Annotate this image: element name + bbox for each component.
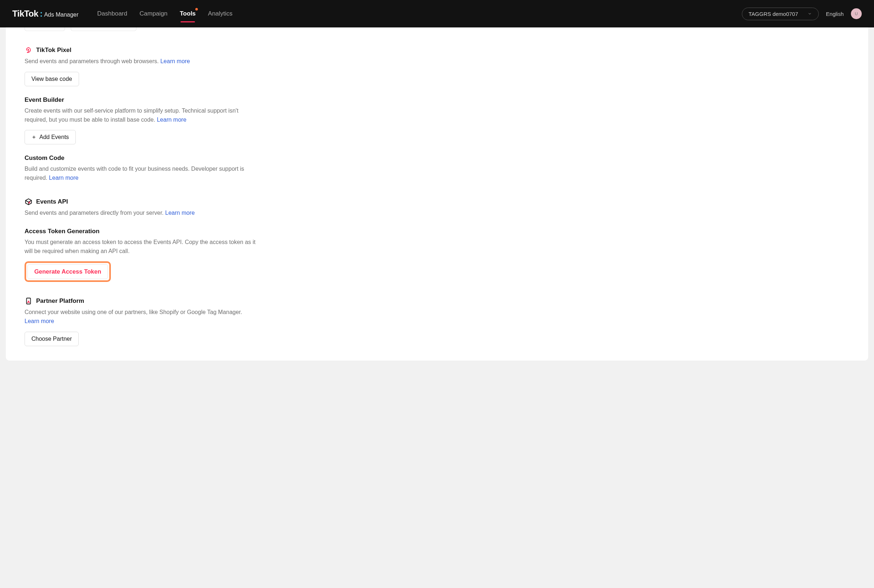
section-header: TikTok Pixel <box>24 46 269 54</box>
desc-text: Connect your website using one of our pa… <box>24 309 242 315</box>
section-desc: Build and customize events with code to … <box>24 165 256 183</box>
section-title: Events API <box>36 198 68 206</box>
button-label: Add Events <box>39 134 69 140</box>
highlight-ring: Generate Access Token <box>24 261 111 282</box>
choose-partner-button[interactable]: Choose Partner <box>24 332 79 346</box>
section-header: Partner Platform <box>24 297 269 305</box>
section-partner-platform: Partner Platform Connect your website us… <box>24 297 269 346</box>
language-selector[interactable]: English <box>826 11 844 17</box>
section-tiktok-pixel: TikTok Pixel Send events and parameters … <box>24 46 269 86</box>
desc-text: Send events and parameters through web b… <box>24 58 160 64</box>
logo-subtitle: Ads Manager <box>44 12 78 18</box>
learn-more-link[interactable]: Learn more <box>49 175 79 181</box>
section-title: Custom Code <box>24 154 269 162</box>
add-events-button[interactable]: Add Events <box>24 130 76 144</box>
section-custom-code: Custom Code Build and customize events w… <box>24 154 269 183</box>
cube-icon <box>24 198 33 206</box>
section-desc: Send events and parameters directly from… <box>24 208 256 218</box>
page-wrap: TikTok Pixel Send events and parameters … <box>0 27 874 369</box>
view-base-code-button[interactable]: View base code <box>24 72 79 86</box>
cutoff-boxes <box>24 27 269 31</box>
button-label: Generate Access Token <box>34 268 101 275</box>
content-column: TikTok Pixel Send events and parameters … <box>6 27 269 346</box>
learn-more-link[interactable]: Learn more <box>24 318 54 324</box>
generate-access-token-button[interactable]: Generate Access Token <box>27 264 108 279</box>
nav-label: Tools <box>180 10 196 17</box>
topbar: TikTok: Ads Manager Dashboard Campaign T… <box>0 0 874 27</box>
section-event-builder: Event Builder Create events with our sel… <box>24 96 269 145</box>
section-desc: Send events and parameters through web b… <box>24 57 256 66</box>
pixel-icon <box>24 46 33 54</box>
section-title: Event Builder <box>24 96 269 104</box>
nav-label: Dashboard <box>97 10 127 17</box>
nav-campaign[interactable]: Campaign <box>139 0 168 27</box>
topbar-left: TikTok: Ads Manager Dashboard Campaign T… <box>12 0 232 27</box>
cutoff-box <box>71 27 136 31</box>
section-title: Partner Platform <box>36 297 84 304</box>
learn-more-link[interactable]: Learn more <box>160 58 190 64</box>
cutoff-box <box>24 27 65 31</box>
account-selector[interactable]: TAGGRS demo0707 <box>742 8 819 20</box>
logo[interactable]: TikTok: Ads Manager <box>12 9 78 19</box>
learn-more-link[interactable]: Learn more <box>157 117 186 123</box>
plus-icon <box>31 135 36 140</box>
avatar-initial: U <box>855 12 858 16</box>
logo-brand: TikTok <box>12 9 38 19</box>
account-name: TAGGRS demo0707 <box>749 11 798 17</box>
avatar[interactable]: U <box>851 8 862 19</box>
main-card: TikTok Pixel Send events and parameters … <box>6 27 868 361</box>
notification-dot-icon <box>195 8 198 10</box>
chevron-down-icon <box>808 12 812 16</box>
section-title: Access Token Generation <box>24 228 269 235</box>
section-desc: You must generate an access token to acc… <box>24 238 256 256</box>
section-access-token: Access Token Generation You must generat… <box>24 228 269 282</box>
button-label: Choose Partner <box>31 336 72 342</box>
nav-tools[interactable]: Tools <box>180 0 196 27</box>
section-desc: Connect your website using one of our pa… <box>24 308 256 326</box>
learn-more-link[interactable]: Learn more <box>165 210 195 216</box>
desc-text: Create events with our self-service plat… <box>24 108 238 123</box>
button-label: View base code <box>31 76 72 82</box>
section-header: Events API <box>24 198 269 206</box>
topbar-right: TAGGRS demo0707 English U <box>742 8 862 20</box>
desc-text: Send events and parameters directly from… <box>24 210 165 216</box>
section-events-api: Events API Send events and parameters di… <box>24 198 269 218</box>
nav-label: Analytics <box>208 10 232 17</box>
section-title: TikTok Pixel <box>36 46 72 54</box>
nav-dashboard[interactable]: Dashboard <box>97 0 127 27</box>
section-desc: Create events with our self-service plat… <box>24 106 256 124</box>
partner-icon <box>24 297 33 305</box>
main-nav: Dashboard Campaign Tools Analytics <box>97 0 232 27</box>
logo-colon: : <box>40 9 43 19</box>
language-label: English <box>826 11 844 17</box>
nav-analytics[interactable]: Analytics <box>208 0 232 27</box>
nav-label: Campaign <box>139 10 168 17</box>
